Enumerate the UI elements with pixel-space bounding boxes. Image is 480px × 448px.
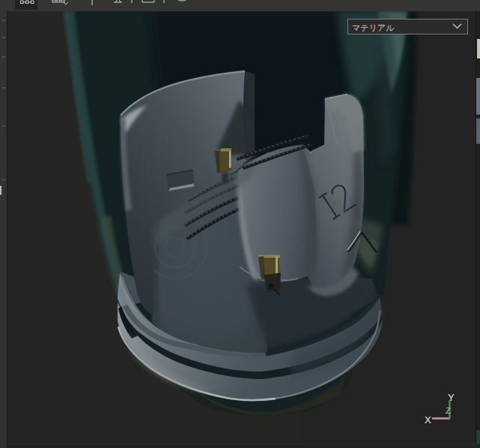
svg-text:Z: Z [446, 406, 451, 415]
svg-text:X: X [425, 414, 431, 426]
svg-text:Y: Y [448, 392, 455, 403]
